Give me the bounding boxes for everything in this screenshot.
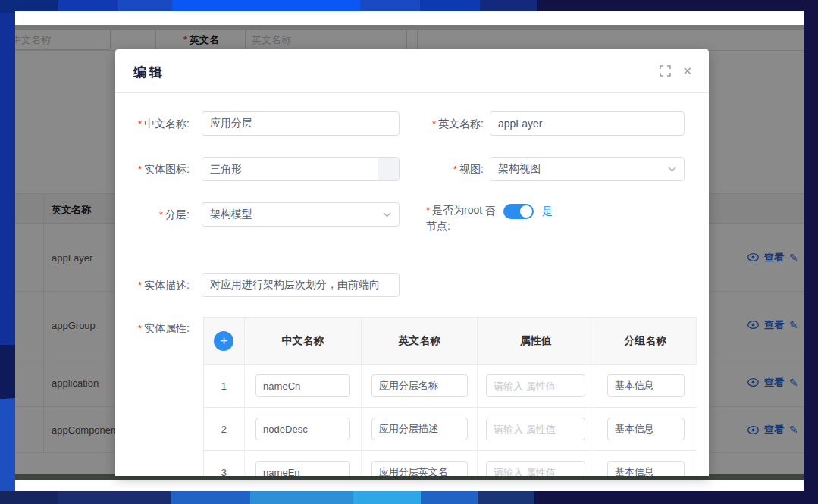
window-top-chrome [15, 11, 804, 25]
column-header-value: 属性值 [478, 318, 595, 364]
add-row-button[interactable]: + [214, 331, 233, 351]
attribute-table-header: + 中文名称 英文名称 属性值 分组名称 [204, 318, 697, 365]
required-asterisk: * [138, 280, 142, 291]
required-asterisk: * [138, 118, 142, 130]
row-number: 3 [221, 467, 227, 477]
cn-name-field[interactable] [202, 111, 400, 136]
en-name-label: *英文名称: [415, 116, 484, 132]
fullscreen-icon[interactable] [660, 65, 671, 77]
attr-group-input[interactable] [607, 418, 685, 440]
attribute-row: 2 [204, 408, 697, 451]
attr-group-input[interactable] [607, 374, 685, 397]
chevron-down-icon [668, 167, 676, 172]
attr-cn-input[interactable] [255, 461, 350, 476]
required-asterisk: * [426, 205, 430, 216]
dialog-header: 编辑 ✕ [115, 49, 709, 93]
row-number: 2 [221, 424, 227, 435]
entity-icon-field[interactable]: 三角形 [202, 157, 400, 181]
attr-value-input[interactable] [486, 374, 585, 397]
entity-desc-field[interactable] [202, 273, 400, 297]
attr-value-input[interactable] [486, 418, 585, 440]
row-number: 1 [221, 380, 227, 392]
required-asterisk: * [138, 323, 142, 334]
is-root-toggle[interactable] [503, 204, 534, 219]
entity-icon-label: *实体图标: [121, 161, 190, 177]
chevron-down-icon [383, 212, 391, 218]
en-name-field[interactable] [490, 111, 685, 136]
entity-attrs-label: *实体属性: [121, 321, 190, 337]
switch-on-label: 是 [542, 205, 553, 218]
edit-dialog: 编辑 ✕ *中文名称: *英文名称: *实体图标: 三角形 *视图: 架构视图 … [115, 49, 709, 476]
attr-group-input[interactable] [607, 461, 685, 476]
is-root-switch-group: 否 是 [484, 204, 553, 219]
view-select[interactable]: 架构视图 [490, 157, 685, 181]
column-header-en: 英文名称 [362, 318, 478, 364]
wallpaper-bottom-strip [0, 491, 818, 504]
layer-select[interactable]: 架构模型 [202, 202, 400, 227]
required-asterisk: * [138, 164, 142, 175]
is-root-label: *是否为root节点: [426, 202, 484, 233]
attribute-table: + 中文名称 英文名称 属性值 分组名称 1 2 3 [203, 317, 697, 476]
column-header-cn: 中文名称 [245, 318, 362, 364]
switch-off-label: 否 [484, 205, 495, 218]
attr-cn-input[interactable] [255, 418, 350, 440]
layer-label: *分层: [121, 207, 190, 223]
close-icon[interactable]: ✕ [682, 65, 692, 77]
attr-cn-input[interactable] [255, 374, 350, 397]
attribute-row: 1 [204, 365, 697, 408]
attr-en-input[interactable] [371, 418, 468, 440]
icon-picker-addon[interactable] [378, 158, 399, 180]
required-asterisk: * [453, 164, 457, 175]
entity-desc-label: *实体描述: [121, 277, 190, 293]
attribute-row: 3 [204, 451, 697, 476]
cn-name-label: *中文名称: [121, 116, 190, 132]
view-label: *视图: [415, 161, 484, 177]
column-header-group: 分组名称 [594, 318, 697, 364]
required-asterisk: * [432, 118, 436, 130]
attr-en-input[interactable] [371, 374, 468, 397]
dialog-title: 编辑 [133, 64, 165, 81]
attr-value-input[interactable] [486, 461, 585, 476]
attr-en-input[interactable] [371, 461, 468, 476]
window-bottom-chrome [15, 480, 804, 491]
required-asterisk: * [159, 209, 163, 221]
